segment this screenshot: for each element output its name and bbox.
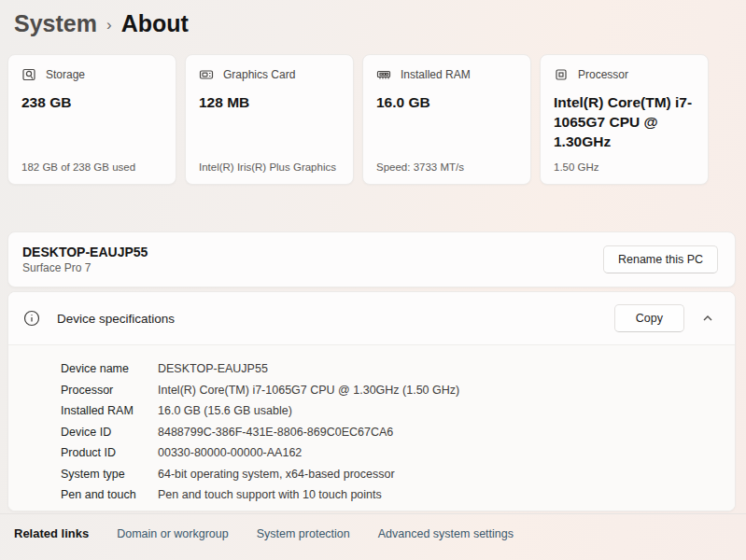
card-value: 16.0 GB: [376, 93, 517, 113]
card-label: Installed RAM: [401, 68, 471, 81]
graphics-card-icon: [199, 67, 214, 82]
graphics-card-card[interactable]: Graphics Card 128 MB Intel(R) Iris(R) Pl…: [185, 54, 354, 185]
device-name: DESKTOP-EAUJP55: [22, 245, 148, 259]
card-value: Intel(R) Core(TM) i7-1065G7 CPU @ 1.30GH…: [554, 93, 695, 152]
card-detail: Speed: 3733 MT/s: [376, 161, 517, 173]
card-label: Storage: [46, 68, 85, 81]
device-specifications-body: Device name DESKTOP-EAUJP55 Processor In…: [8, 344, 735, 511]
related-links: Related links Domain or workgroup System…: [0, 513, 746, 540]
link-advanced-system-settings[interactable]: Advanced system settings: [378, 527, 514, 540]
spec-row: System type 64-bit operating system, x64…: [61, 464, 735, 485]
device-model: Surface Pro 7: [22, 261, 148, 274]
spec-row: Device name DESKTOP-EAUJP55: [61, 358, 735, 380]
card-detail: 1.50 GHz: [554, 161, 695, 173]
card-detail: 182 GB of 238 GB used: [21, 161, 162, 173]
page-title: About: [121, 10, 189, 37]
copy-button[interactable]: Copy: [614, 304, 684, 332]
breadcrumb: System › About: [14, 10, 189, 37]
ram-icon: [376, 67, 391, 82]
hero-cards: Storage 238 GB 182 GB of 238 GB used Gra…: [7, 54, 709, 185]
spec-row: Product ID 00330-80000-00000-AA162: [61, 442, 735, 464]
spec-row: Device ID 8488799C-386F-431E-8806-869C0E…: [61, 422, 735, 443]
link-domain-or-workgroup[interactable]: Domain or workgroup: [117, 527, 229, 540]
storage-icon: [21, 67, 36, 82]
breadcrumb-system[interactable]: System: [14, 10, 97, 37]
card-value: 238 GB: [21, 93, 162, 113]
device-specifications-header[interactable]: Device specifications Copy: [8, 292, 735, 344]
storage-card[interactable]: Storage 238 GB 182 GB of 238 GB used: [7, 54, 176, 185]
card-label: Graphics Card: [223, 68, 295, 81]
card-value: 128 MB: [199, 93, 340, 113]
processor-card[interactable]: Processor Intel(R) Core(TM) i7-1065G7 CP…: [540, 54, 709, 185]
chevron-up-icon[interactable]: [701, 312, 714, 325]
info-icon: [23, 310, 40, 327]
spec-row: Pen and touch Pen and touch support with…: [61, 484, 735, 506]
chevron-right-icon: ›: [106, 13, 112, 35]
related-links-title: Related links: [14, 526, 89, 540]
link-system-protection[interactable]: System protection: [257, 527, 350, 540]
device-specifications-title: Device specifications: [57, 312, 175, 326]
rename-pc-button[interactable]: Rename this PC: [603, 245, 718, 273]
spec-row: Processor Intel(R) Core(TM) i7-1065G7 CP…: [61, 380, 735, 401]
device-name-card: DESKTOP-EAUJP55 Surface Pro 7 Rename thi…: [7, 231, 736, 287]
spec-row: Installed RAM 16.0 GB (15.6 GB usable): [61, 400, 735, 422]
installed-ram-card[interactable]: Installed RAM 16.0 GB Speed: 3733 MT/s: [362, 54, 531, 185]
device-specifications-card: Device specifications Copy Device name D…: [7, 291, 736, 511]
card-detail: Intel(R) Iris(R) Plus Graphics: [199, 161, 340, 173]
processor-icon: [554, 67, 569, 82]
card-label: Processor: [578, 68, 628, 81]
